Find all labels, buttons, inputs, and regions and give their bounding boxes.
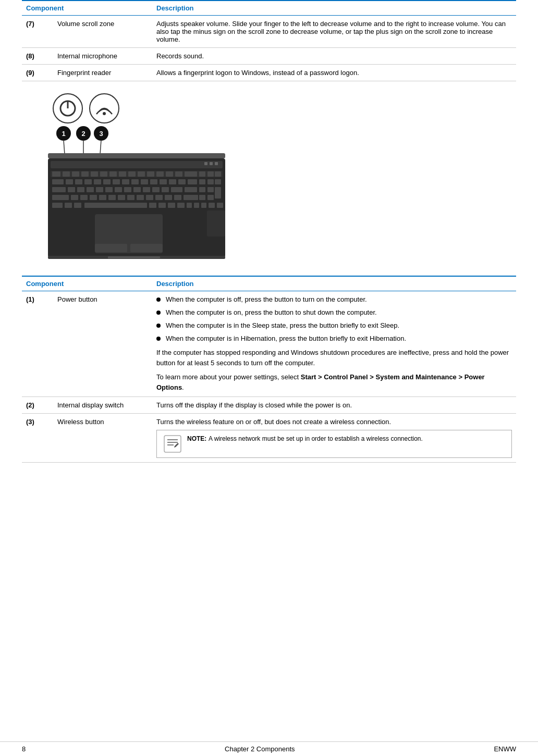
svg-rect-24 (109, 171, 117, 177)
svg-rect-52 (207, 179, 214, 184)
svg-rect-93 (168, 203, 175, 208)
row-description: Turns off the display if the display is … (152, 397, 516, 414)
row-num: (9) (22, 65, 53, 81)
wireless-description: Turns the wireless feature on or off, bu… (156, 418, 512, 426)
power-bullet-list: When the computer is off, press the butt… (156, 295, 512, 342)
bottom-col1-header: Component (22, 276, 152, 291)
svg-rect-105 (207, 210, 225, 237)
power-extra-text: If the computer has stopped responding a… (156, 348, 512, 368)
chapter-label: Chapter 2 Components (225, 745, 295, 753)
bottom-col2-header: Description (152, 276, 516, 291)
row-description: When the computer is off, press the butt… (152, 291, 516, 397)
bottom-section: Component Description (1) Power button W… (22, 276, 516, 463)
row-component: Fingerprint reader (53, 65, 152, 81)
svg-rect-32 (185, 171, 197, 177)
svg-rect-75 (99, 195, 106, 200)
bullet-text: When the computer is on, press the butto… (166, 308, 377, 316)
svg-rect-19 (63, 171, 70, 177)
row-component: Power button (53, 291, 152, 397)
wireless-description-cell: Turns the wireless feature on or off, bu… (152, 414, 516, 463)
svg-rect-87 (52, 203, 63, 208)
svg-rect-106 (204, 162, 207, 165)
row-component: Volume scroll zone (53, 16, 152, 48)
svg-rect-25 (119, 171, 126, 177)
svg-rect-68 (199, 187, 205, 192)
bullet-text: When the computer is off, press the butt… (166, 295, 367, 303)
svg-rect-96 (194, 203, 199, 208)
top-col1-header: Component (22, 1, 152, 16)
bullet-icon (156, 311, 161, 315)
svg-rect-47 (160, 179, 167, 184)
svg-rect-81 (155, 195, 163, 200)
svg-rect-50 (188, 179, 197, 184)
note-icon (163, 435, 182, 453)
row-num: (2) (22, 397, 53, 414)
svg-rect-89 (74, 203, 81, 208)
svg-rect-104 (108, 256, 160, 258)
bullet-text: When the computer is in the Sleep state,… (166, 321, 399, 329)
bullet-icon (156, 337, 161, 341)
svg-rect-83 (174, 195, 181, 200)
svg-rect-86 (207, 195, 214, 200)
svg-rect-94 (177, 203, 185, 208)
wireless-button-row: (3) Wireless button Turns the wireless f… (22, 414, 516, 463)
list-item: When the computer is on, press the butto… (156, 308, 512, 316)
row-description: Allows a fingerprint logon to Windows, i… (152, 65, 516, 81)
svg-rect-92 (158, 203, 166, 208)
row-num: (1) (22, 291, 53, 397)
svg-rect-84 (184, 195, 198, 200)
svg-rect-28 (147, 171, 154, 177)
bullet-text: When the computer is in Hibernation, pre… (166, 334, 406, 342)
note-box: NOTE: A wireless network must be set up … (156, 430, 512, 458)
svg-rect-73 (80, 195, 88, 200)
svg-rect-76 (108, 195, 116, 200)
svg-rect-46 (150, 179, 157, 184)
bullet-icon (156, 324, 161, 328)
laptop-svg: 1 2 3 (22, 92, 246, 264)
svg-rect-55 (68, 187, 75, 192)
svg-rect-102 (130, 244, 163, 252)
laptop-diagram: 1 2 3 (22, 92, 246, 264)
svg-rect-49 (178, 179, 186, 184)
svg-rect-48 (169, 179, 176, 184)
svg-rect-35 (215, 171, 221, 177)
svg-line-13 (100, 140, 101, 154)
svg-rect-44 (131, 179, 139, 184)
row-num: (8) (22, 48, 53, 65)
note-content: NOTE: A wireless network must be set up … (187, 435, 423, 442)
svg-rect-53 (215, 179, 221, 184)
row-description: Records sound. (152, 48, 516, 65)
svg-rect-40 (94, 179, 101, 184)
extra-text2-prefix: To learn more about your power settings,… (156, 373, 301, 381)
note-label: NOTE: (187, 435, 206, 442)
svg-rect-98 (209, 203, 215, 208)
svg-rect-60 (115, 187, 122, 192)
display-switch-row: (2) Internal display switch Turns off th… (22, 397, 516, 414)
svg-rect-72 (71, 195, 78, 200)
top-component-table: Component Description (7) Volume scroll … (22, 0, 516, 81)
svg-rect-82 (165, 195, 172, 200)
page-footer: 8 Chapter 2 Components ENWW (0, 741, 538, 756)
svg-rect-79 (137, 195, 144, 200)
svg-rect-77 (118, 195, 125, 200)
svg-rect-90 (84, 203, 147, 208)
svg-rect-51 (199, 179, 205, 184)
note-text-content: A wireless network must be set up in ord… (209, 435, 423, 442)
svg-rect-18 (52, 171, 60, 177)
svg-rect-23 (100, 171, 107, 177)
power-extra-text2: To learn more about your power settings,… (156, 372, 512, 392)
bullet-icon (156, 298, 161, 302)
svg-rect-42 (113, 179, 120, 184)
list-item: When the computer is off, press the butt… (156, 295, 512, 303)
svg-rect-85 (199, 195, 205, 200)
row-num: (3) (22, 414, 53, 463)
svg-rect-58 (96, 187, 103, 192)
svg-rect-30 (166, 171, 173, 177)
svg-rect-61 (124, 187, 131, 192)
svg-text:2: 2 (81, 130, 85, 138)
table-row: (7) Volume scroll zone Adjusts speaker v… (22, 16, 516, 48)
svg-rect-71 (52, 195, 69, 200)
svg-rect-80 (146, 195, 153, 200)
extra-text2-suffix: . (182, 383, 184, 391)
svg-rect-26 (128, 171, 136, 177)
